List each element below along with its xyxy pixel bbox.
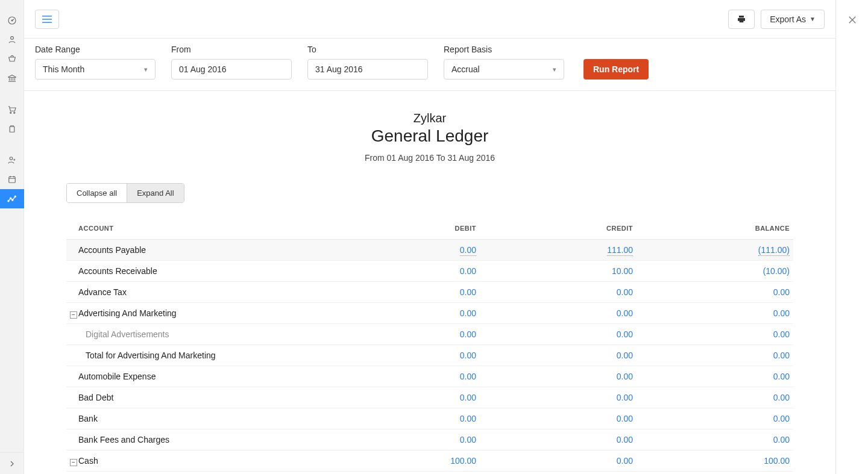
left-nav-rail: [0, 0, 24, 474]
credit-value[interactable]: 10.00: [612, 266, 633, 276]
table-row[interactable]: Accounts Receivable0.0010.00(10.00): [66, 261, 793, 282]
balance-value[interactable]: 0.00: [773, 372, 790, 381]
collapse-all-button[interactable]: Collapse all: [67, 184, 127, 202]
svg-point-4: [13, 112, 14, 113]
table-row[interactable]: Accounts Payable0.00111.00(111.00): [66, 240, 793, 261]
balance-value[interactable]: 0.00: [773, 393, 790, 402]
table-row[interactable]: Bad Debt0.000.000.00: [66, 387, 793, 408]
from-date-input[interactable]: 01 Aug 2016: [171, 59, 292, 80]
account-name: Accounts Payable: [75, 240, 359, 261]
svg-point-2: [10, 37, 13, 40]
debit-value[interactable]: 0.00: [460, 245, 476, 256]
nav-reports-icon[interactable]: [0, 189, 24, 208]
table-row[interactable]: Bank Fees and Charges0.000.000.00: [66, 429, 793, 451]
account-name: Advertising And Marketing: [75, 303, 359, 324]
export-as-button[interactable]: Export As ▼: [761, 10, 825, 29]
account-name: Bank: [75, 408, 359, 429]
account-name: Accounts Receivable: [75, 261, 359, 282]
debit-value[interactable]: 0.00: [460, 435, 476, 444]
company-name: Zylkar: [66, 111, 793, 125]
credit-value[interactable]: 0.00: [617, 329, 633, 339]
balance-value[interactable]: 0.00: [773, 308, 790, 318]
report-toolbar: Export As ▼: [24, 0, 835, 39]
debit-value[interactable]: 0.00: [460, 329, 476, 339]
account-name: Advance Tax: [75, 282, 359, 303]
date-range-label: Date Range: [35, 45, 156, 54]
nav-contacts-icon[interactable]: [0, 30, 24, 49]
col-debit: DEBIT: [359, 217, 480, 240]
date-range-select[interactable]: This Month ▾: [35, 59, 156, 80]
nav-items-icon[interactable]: [0, 49, 24, 69]
nav-purchases-icon[interactable]: [0, 119, 24, 139]
table-row[interactable]: −Cash100.000.00100.00: [66, 451, 793, 472]
to-label: To: [307, 45, 428, 54]
credit-value[interactable]: 0.00: [617, 308, 633, 318]
to-date-input[interactable]: 31 Aug 2016: [307, 59, 428, 80]
report-basis-select[interactable]: Accrual ▾: [444, 59, 564, 80]
svg-point-1: [11, 20, 13, 21]
credit-value[interactable]: 0.00: [617, 351, 633, 360]
balance-value[interactable]: 100.00: [764, 456, 790, 466]
expand-toggle-icon[interactable]: −: [70, 459, 77, 466]
account-name: Total for Advertising And Marketing: [75, 345, 359, 366]
run-report-button[interactable]: Run Report: [583, 59, 649, 80]
nav-banking-icon[interactable]: [0, 69, 24, 88]
expand-toggle-icon[interactable]: −: [70, 311, 77, 319]
table-row[interactable]: −Revenue0.000.000.00: [66, 472, 793, 475]
debit-value[interactable]: 0.00: [460, 308, 476, 318]
table-row[interactable]: Total for Advertising And Marketing0.000…: [66, 345, 793, 366]
rail-expand-toggle[interactable]: [0, 452, 24, 474]
account-name: Digital Advertisements: [75, 324, 359, 345]
balance-value[interactable]: 0.00: [773, 414, 790, 423]
close-panel-strip: [835, 0, 868, 474]
debit-value[interactable]: 100.00: [450, 456, 476, 466]
credit-value[interactable]: 0.00: [617, 287, 633, 297]
expand-all-button[interactable]: Expand All: [127, 184, 183, 202]
debit-value[interactable]: 0.00: [460, 414, 476, 423]
debit-value[interactable]: 0.00: [460, 393, 476, 402]
account-name: Automobile Expense: [75, 366, 359, 387]
balance-value[interactable]: 0.00: [773, 351, 790, 360]
table-row[interactable]: Automobile Expense0.000.000.00: [66, 366, 793, 387]
toggle-sidebar-button[interactable]: [35, 10, 59, 29]
nav-accountant-icon[interactable]: [0, 151, 24, 170]
credit-value[interactable]: 0.00: [617, 414, 633, 423]
chevron-down-icon: ▾: [144, 66, 148, 73]
nav-timesheet-icon[interactable]: [0, 170, 24, 189]
balance-value[interactable]: 0.00: [773, 329, 790, 339]
debit-value[interactable]: 0.00: [460, 287, 476, 297]
close-button[interactable]: [847, 14, 858, 27]
table-row[interactable]: Digital Advertisements0.000.000.00: [66, 324, 793, 345]
debit-value[interactable]: 0.00: [460, 351, 476, 360]
account-name: Bank Fees and Charges: [75, 429, 359, 451]
balance-value[interactable]: (10.00): [763, 266, 790, 276]
col-balance: BALANCE: [637, 217, 793, 240]
svg-point-5: [10, 157, 13, 160]
table-row[interactable]: −Advertising And Marketing0.000.000.00: [66, 303, 793, 324]
report-date-range: From 01 Aug 2016 To 31 Aug 2016: [66, 153, 793, 163]
balance-value[interactable]: 0.00: [773, 435, 790, 444]
svg-rect-6: [8, 177, 15, 183]
nav-dashboard-icon[interactable]: [0, 11, 24, 30]
report-basis-label: Report Basis: [444, 45, 564, 54]
debit-value[interactable]: 0.00: [460, 372, 476, 381]
report-basis-value: Accrual: [451, 64, 480, 74]
svg-point-10: [14, 196, 16, 197]
balance-value[interactable]: 0.00: [773, 287, 790, 297]
balance-value[interactable]: (111.00): [758, 245, 790, 256]
debit-value[interactable]: 0.00: [460, 266, 476, 276]
ledger-table: ACCOUNT DEBIT CREDIT BALANCE Accounts Pa…: [66, 217, 793, 474]
credit-value[interactable]: 111.00: [607, 245, 633, 256]
table-row[interactable]: Advance Tax0.000.000.00: [66, 282, 793, 303]
credit-value[interactable]: 0.00: [617, 393, 633, 402]
nav-sales-icon[interactable]: [0, 100, 24, 119]
filter-bar: Date Range This Month ▾ From 01 Aug 2016…: [24, 39, 835, 91]
print-button[interactable]: [728, 10, 755, 29]
date-range-value: This Month: [43, 64, 84, 74]
account-name: Bad Debt: [75, 387, 359, 408]
table-row[interactable]: Bank0.000.000.00: [66, 408, 793, 429]
credit-value[interactable]: 0.00: [617, 372, 633, 381]
export-as-label: Export As: [770, 14, 806, 24]
credit-value[interactable]: 0.00: [617, 456, 633, 466]
credit-value[interactable]: 0.00: [617, 435, 633, 444]
